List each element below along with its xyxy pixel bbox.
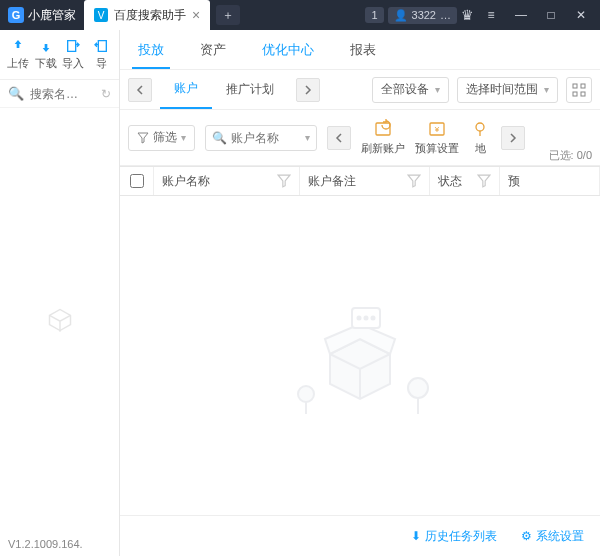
chevron-right-icon [303, 85, 313, 95]
filter-button[interactable]: 筛选 ▾ [128, 125, 195, 151]
table-header: 账户名称 账户备注 状态 预 [120, 166, 600, 196]
select-all-checkbox[interactable] [130, 174, 144, 188]
nav-next-button[interactable] [296, 78, 320, 102]
download-icon [38, 38, 54, 54]
budget-label: 预算设置 [415, 141, 459, 156]
vip-crown-icon[interactable]: ♛ [461, 7, 474, 23]
window-menu-button[interactable]: ≡ [478, 0, 504, 30]
download-list-icon: ⬇ [411, 529, 421, 543]
timerange-select[interactable]: 选择时间范围 ▾ [457, 77, 558, 103]
refresh-account-label: 刷新账户 [361, 141, 405, 156]
chevron-left-icon [334, 133, 344, 143]
main-area: 投放 资产 优化中心 报表 账户 推广计划 全部设备 ▾ 选择时间范围 [120, 30, 600, 556]
system-settings-button[interactable]: ⚙ 系统设置 [521, 528, 584, 545]
upload-button[interactable]: 上传 [4, 38, 32, 71]
account-search-input[interactable] [231, 131, 301, 145]
version-label: V1.2.1009.164. [0, 532, 119, 556]
add-tab-button[interactable]: ＋ [216, 5, 240, 25]
maximize-button[interactable]: □ [538, 0, 564, 30]
col-account-name[interactable]: 账户名称 [154, 167, 300, 195]
svg-rect-1 [581, 84, 585, 88]
selection-count: 已选: 0/0 [549, 148, 592, 163]
user-area[interactable]: 👤 3322 … [388, 7, 457, 24]
geo-icon [470, 119, 490, 139]
device-select[interactable]: 全部设备 ▾ [372, 77, 449, 103]
scroll-left-button[interactable] [327, 126, 351, 150]
system-settings-label: 系统设置 [536, 528, 584, 545]
upload-label: 上传 [7, 56, 29, 71]
user-avatar-icon: 👤 [394, 9, 408, 22]
app-name: 小鹿管家 [28, 7, 76, 24]
history-button[interactable]: ⬇ 历史任务列表 [411, 528, 497, 545]
app-logo-icon: G [8, 7, 24, 23]
footer-bar: ⬇ 历史任务列表 ⚙ 系统设置 [120, 516, 600, 556]
title-bar: G 小鹿管家 V 百度搜索助手 × ＋ 1 👤 3322 … ♛ ≡ — □ ✕ [0, 0, 600, 30]
col-budget-label: 预 [508, 173, 520, 190]
tab-title: 百度搜索助手 [114, 7, 186, 24]
svg-rect-0 [573, 84, 577, 88]
chevron-down-icon: ▾ [181, 132, 186, 143]
scroll-right-button[interactable] [501, 126, 525, 150]
svg-text:¥: ¥ [434, 125, 440, 134]
svg-rect-2 [573, 92, 577, 96]
col-status[interactable]: 状态 [430, 167, 500, 195]
search-icon: 🔍 [212, 131, 227, 145]
funnel-icon[interactable] [277, 174, 291, 188]
svg-point-7 [476, 123, 484, 131]
sub-tabs: 账户 推广计划 [160, 70, 288, 109]
download-button[interactable]: 下载 [32, 38, 60, 71]
sidebar-toolbar: 上传 下载 导入 导 [0, 30, 119, 80]
import-icon [65, 38, 81, 54]
tab-report[interactable]: 报表 [332, 30, 394, 69]
subtab-plan[interactable]: 推广计划 [212, 70, 288, 109]
refresh-account-icon [373, 119, 393, 139]
user-id: 3322 [412, 9, 436, 21]
subtab-account[interactable]: 账户 [160, 70, 212, 109]
account-search: 🔍 ▾ [205, 125, 317, 151]
chevron-left-icon [135, 85, 145, 95]
svg-point-9 [358, 317, 361, 320]
tab-delivery[interactable]: 投放 [120, 30, 182, 69]
tab-optimize[interactable]: 优化中心 [244, 30, 332, 69]
window-tab[interactable]: V 百度搜索助手 × [84, 0, 210, 30]
chevron-down-icon[interactable]: ▾ [305, 132, 310, 143]
minimize-button[interactable]: — [508, 0, 534, 30]
sidebar-empty [0, 108, 119, 532]
user-id-suffix: … [440, 9, 451, 21]
funnel-icon[interactable] [407, 174, 421, 188]
download-label: 下载 [35, 56, 57, 71]
sidebar: 上传 下载 导入 导 🔍 ↻ V1.2.1009.164. [0, 30, 120, 556]
svg-point-11 [372, 317, 375, 320]
sidebar-search: 🔍 ↻ [0, 80, 119, 108]
nav-prev-button[interactable] [128, 78, 152, 102]
action-toolbar: 筛选 ▾ 🔍 ▾ 刷新账户 ¥ 预算设置 [120, 110, 600, 166]
export-button[interactable]: 导 [87, 38, 115, 71]
filter-label: 筛选 [153, 129, 177, 146]
selection-label: 已选: [549, 149, 574, 161]
history-label: 历史任务列表 [425, 528, 497, 545]
svg-point-10 [365, 317, 368, 320]
refresh-account-button[interactable]: 刷新账户 [361, 119, 405, 156]
import-button[interactable]: 导入 [60, 38, 88, 71]
close-tab-icon[interactable]: × [192, 8, 200, 22]
geo-button[interactable]: 地 [469, 119, 491, 156]
chevron-down-icon: ▾ [544, 84, 549, 95]
tab-assets[interactable]: 资产 [182, 30, 244, 69]
col-checkbox [120, 167, 154, 195]
col-account-name-label: 账户名称 [162, 173, 210, 190]
columns-icon [572, 83, 586, 97]
budget-icon: ¥ [427, 119, 447, 139]
svg-rect-3 [581, 92, 585, 96]
funnel-icon [137, 132, 149, 144]
notification-badge[interactable]: 1 [365, 7, 383, 23]
refresh-icon[interactable]: ↻ [101, 87, 111, 101]
budget-setting-button[interactable]: ¥ 预算设置 [415, 119, 459, 156]
col-budget[interactable]: 预 [500, 167, 600, 195]
sidebar-search-input[interactable] [30, 87, 95, 101]
selection-value: 0/0 [577, 149, 592, 161]
close-window-button[interactable]: ✕ [568, 0, 594, 30]
col-account-note[interactable]: 账户备注 [300, 167, 430, 195]
device-select-label: 全部设备 [381, 81, 429, 98]
funnel-icon[interactable] [477, 174, 491, 188]
column-setting-button[interactable] [566, 77, 592, 103]
